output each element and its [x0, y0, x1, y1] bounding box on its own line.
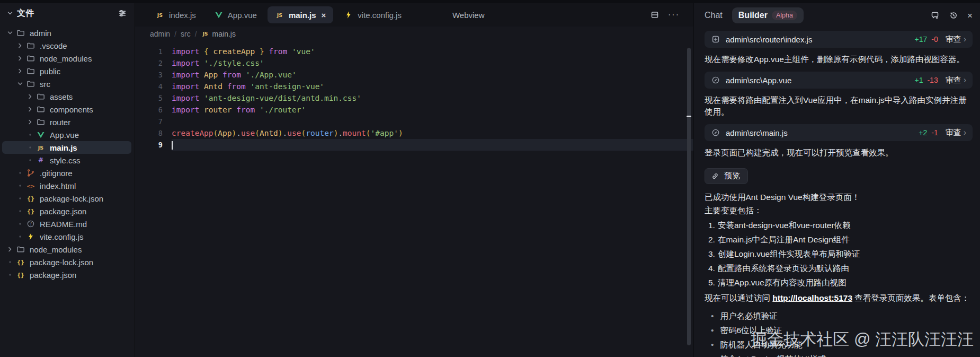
tree-item-public[interactable]: public [2, 65, 131, 77]
filter-icon[interactable] [118, 8, 127, 18]
review-button[interactable]: 审查 [946, 75, 961, 85]
chevron-down-icon[interactable] [15, 79, 25, 89]
tree-item-main-js[interactable]: JSmain.js [2, 141, 131, 154]
chevron-right-icon[interactable] [15, 41, 25, 50]
file-status-dot-icon [25, 130, 35, 140]
breadcrumb-folder[interactable]: admin [150, 30, 170, 38]
preview-button[interactable]: 预览 [705, 168, 748, 184]
code-token: ( [301, 129, 306, 137]
folder-icon [26, 79, 35, 89]
chevron-right-icon[interactable] [15, 66, 25, 76]
tree-item-app-vue[interactable]: App.vue [2, 128, 131, 141]
list-item: 1.安装ant-design-vue和vue-router依赖 [705, 218, 973, 232]
tree-item-label: admin [30, 29, 51, 38]
editor-tabbar: JSindex.jsApp.vueJSmain.js×vite.config.j… [135, 3, 693, 27]
tab-chat[interactable]: Chat [705, 11, 723, 20]
tab-index-js[interactable]: JSindex.js [148, 6, 203, 23]
code-line-9[interactable]: 9 [135, 139, 693, 151]
explorer-title: 文件 [17, 8, 118, 19]
chevron-right-icon: › [964, 34, 966, 44]
tab-builder[interactable]: Builder Alpha [732, 7, 804, 23]
chevron-right-icon[interactable] [5, 245, 15, 254]
tree-item-index-html[interactable]: <>index.html [2, 179, 131, 192]
tree-item--gitignore[interactable]: .gitignore [2, 167, 131, 179]
tree-item-node-modules[interactable]: node_modules [2, 52, 131, 65]
svg-text:{}: {} [17, 272, 24, 278]
tab-app-vue[interactable]: App.vue [207, 6, 264, 23]
tree-item-components[interactable]: components [2, 103, 131, 116]
tab-webview[interactable]: Webview [445, 7, 492, 23]
code-token: createApp [213, 47, 255, 56]
tree-item-node-modules[interactable]: node_modules [2, 243, 131, 256]
code-line-content [172, 139, 693, 151]
tree-item-src[interactable]: src [2, 77, 131, 90]
chevron-down-icon[interactable] [5, 28, 15, 38]
code-line-1[interactable]: 1import { createApp } from 'vue' [135, 46, 693, 57]
folder-icon [16, 245, 25, 254]
explorer-header: 文件 [0, 3, 135, 22]
tree-item-package-lock-json[interactable]: {}package-lock.json [2, 256, 131, 268]
css-file-icon: # [36, 155, 46, 165]
chevron-right-icon[interactable] [25, 92, 35, 101]
review-button[interactable]: 审查 [946, 34, 961, 45]
code-line-6[interactable]: 6import router from './router' [135, 104, 693, 116]
chevron-right-icon[interactable] [15, 54, 25, 63]
history-icon[interactable] [949, 11, 958, 20]
tree-item--vscode[interactable]: .vscode [2, 39, 131, 52]
panel-resize-handle[interactable] [687, 48, 691, 345]
code-token: 'ant-design-vue/dist/antd.min.css' [204, 94, 361, 102]
breadcrumb-folder[interactable]: src [181, 30, 191, 38]
close-panel-icon[interactable]: × [967, 11, 973, 20]
tab-label: main.js [289, 11, 316, 20]
code-token: use [287, 129, 301, 137]
tree-item-package-json[interactable]: {}package.json [2, 268, 131, 281]
file-edited-icon [711, 75, 720, 85]
code-line-2[interactable]: 2import './style.css' [135, 57, 693, 69]
file-change-card[interactable]: admin\src\main.js+2-1审查› [705, 124, 973, 141]
tree-item-assets[interactable]: assets [2, 90, 131, 103]
chevron-right-icon[interactable] [25, 117, 35, 127]
code-token: from [222, 82, 250, 91]
tree-item-admin[interactable]: admin [2, 27, 131, 39]
tree-item-package-lock-json[interactable]: {}package-lock.json [2, 192, 131, 205]
file-change-card[interactable]: admin\src\App.vue+1-13审查› [705, 72, 973, 89]
vite-file-icon [26, 232, 35, 241]
file-status-dot-icon [15, 232, 25, 241]
tab-main-js[interactable]: JSmain.js× [268, 6, 333, 23]
code-line-5[interactable]: 5import 'ant-design-vue/dist/antd.min.cs… [135, 92, 693, 104]
lines-added: +2 [919, 128, 927, 137]
code-token: from [218, 71, 245, 79]
split-editor-icon[interactable] [650, 10, 660, 20]
tab-vite-config-js[interactable]: vite.config.js [336, 6, 409, 23]
chevron-down-icon[interactable] [5, 8, 15, 18]
json-file-icon: {} [26, 206, 35, 216]
tree-item-style-css[interactable]: #style.css [2, 154, 131, 167]
tree-item-label: public [40, 67, 60, 76]
code-line-4[interactable]: 4import Antd from 'ant-design-vue' [135, 81, 693, 92]
breadcrumb-file[interactable]: JS main.js [201, 30, 236, 38]
tree-item-label: src [40, 80, 50, 89]
tree-item-label: package.json [40, 207, 86, 216]
code-line-3[interactable]: 3import App from './App.vue' [135, 69, 693, 81]
localhost-link[interactable]: http://localhost:5173 [772, 293, 852, 302]
code-line-8[interactable]: 8createApp(App).use(Antd).use(router).mo… [135, 127, 693, 139]
code-token: ( [366, 129, 371, 137]
file-status-dot-icon [25, 143, 35, 152]
review-button[interactable]: 审查 [946, 128, 961, 138]
json-file-icon: {} [16, 257, 25, 267]
new-chat-icon[interactable] [930, 11, 940, 20]
line-number: 6 [135, 104, 163, 116]
code-token: mount [343, 129, 366, 137]
code-editor[interactable]: 1import { createApp } from 'vue'2import … [135, 41, 693, 357]
tree-item-package-json[interactable]: {}package.json [2, 205, 131, 217]
code-line-7[interactable]: 7 [135, 116, 693, 127]
tree-item-vite-config-js[interactable]: vite.config.js [2, 230, 131, 243]
line-number: 3 [135, 69, 163, 81]
chevron-right-icon[interactable] [25, 105, 35, 114]
file-change-card[interactable]: admin\src\router\index.js+17-0审查› [705, 31, 973, 48]
tree-item-readme-md[interactable]: ?README.md [2, 217, 131, 230]
close-tab-icon[interactable]: × [322, 11, 326, 19]
breadcrumb: admin / src / JS main.js [135, 27, 693, 41]
tree-item-router[interactable]: router [2, 116, 131, 128]
more-actions-icon[interactable]: ··· [668, 10, 680, 20]
